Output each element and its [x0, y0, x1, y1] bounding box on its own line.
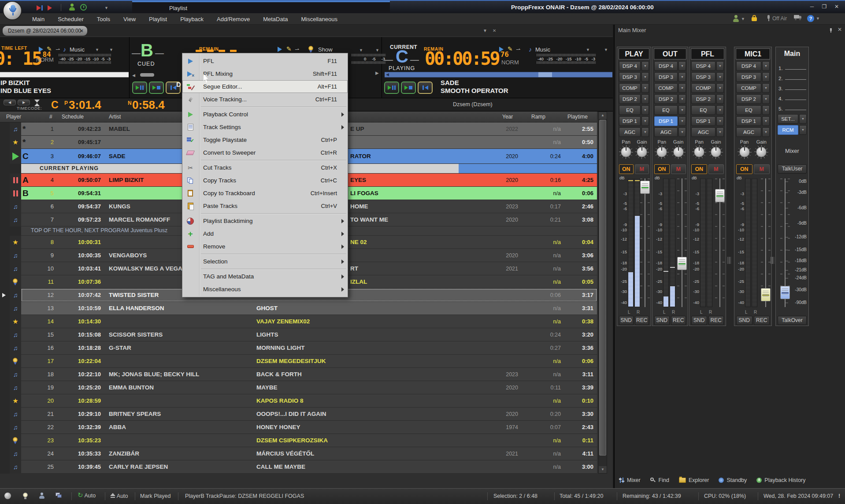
- dsp-button[interactable]: AGC: [619, 127, 641, 137]
- tab-strip-close-icon[interactable]: ✕: [493, 28, 496, 33]
- channel-name-button[interactable]: OUT: [654, 48, 686, 59]
- on-button[interactable]: ON: [654, 164, 670, 174]
- channel-name-button[interactable]: PFL: [691, 48, 724, 59]
- dsp-button[interactable]: EQ: [654, 105, 678, 115]
- menubar-item-addremove[interactable]: Add/Remove: [210, 16, 256, 22]
- playlist-row[interactable]: 2310:35:23DZSEM CSIPKEROZSIKAn/a0:11: [0, 434, 597, 447]
- dsp-button[interactable]: DSP 2: [654, 94, 678, 104]
- context-menu-item[interactable]: Copy TracksCtrl+C: [182, 174, 348, 187]
- pan-knob-dial[interactable]: [738, 145, 752, 159]
- playlist-row[interactable]: ♫1910:25:20EMMA BUNTONMAYBE20200:113:39: [0, 381, 597, 394]
- context-menu-item[interactable]: ✂Cut TracksCtrl+X: [182, 161, 348, 174]
- gain-knob[interactable]: Gain: [635, 139, 649, 163]
- toolbar-overflow-icon[interactable]: ▼: [104, 6, 108, 10]
- status-windows-icon[interactable]: [56, 493, 62, 500]
- menubar-item-playlist[interactable]: Playlist: [142, 16, 174, 22]
- dsp-dropdown-icon[interactable]: ▼: [762, 94, 770, 104]
- playlist-document-tab[interactable]: Dzsem @ 28/02/2024 06:00:00 ✕: [3, 26, 87, 36]
- deck-edit-icon[interactable]: ✎: [508, 45, 513, 52]
- col-artist[interactable]: Artist: [109, 114, 121, 120]
- dsp-button[interactable]: DSP 1: [736, 116, 761, 126]
- status-sphere-icon[interactable]: [4, 493, 11, 500]
- dsp-button[interactable]: DSP 1: [691, 116, 715, 126]
- menubar-item-scheduler[interactable]: Scheduler: [51, 16, 90, 22]
- snd-button[interactable]: SND: [691, 316, 707, 325]
- dsp-button[interactable]: DSP 4: [654, 61, 678, 71]
- scrollbar-thumb[interactable]: [599, 120, 606, 456]
- dsp-button[interactable]: EQ: [619, 105, 641, 115]
- user-account-icon[interactable]: ▼: [732, 15, 745, 22]
- main-fader[interactable]: [780, 178, 790, 307]
- dsp-dropdown-icon[interactable]: ▼: [641, 94, 649, 104]
- deck-mode-icon[interactable]: ⇀: [56, 46, 60, 52]
- dsp-dropdown-icon[interactable]: ▼: [641, 127, 649, 137]
- menubar-item-metadata[interactable]: MetaData: [256, 16, 294, 22]
- menubar-item-tools[interactable]: Tools: [90, 16, 117, 22]
- playlist-row[interactable]: ♫1610:18:28G-STARMORNING LIGHT0:273:36: [0, 341, 597, 355]
- mute-button[interactable]: M: [754, 164, 770, 174]
- mini-expand-icon[interactable]: ▶: [375, 70, 379, 75]
- playlist-scrollbar[interactable]: ▲ ▼: [598, 111, 607, 474]
- tab-list-dropdown-icon[interactable]: ▼: [483, 28, 487, 33]
- splitter-handle[interactable]: [727, 257, 731, 264]
- scheduler-toolbar-icon[interactable]: [80, 4, 87, 12]
- context-menu-item[interactable]: Track Settings: [182, 121, 348, 133]
- dsp-dropdown-icon[interactable]: ▼: [678, 105, 686, 115]
- dsp-dropdown-icon[interactable]: ▼: [641, 105, 649, 115]
- alert-indicator[interactable]: !: [838, 493, 840, 499]
- fader-handle[interactable]: [761, 288, 771, 301]
- context-menu-item[interactable]: +Add: [182, 227, 348, 240]
- dsp-dropdown-icon[interactable]: ▼: [762, 72, 770, 82]
- deck-c-progress-bar[interactable]: ◀: [385, 72, 612, 78]
- playlist-row[interactable]: ♫2110:29:10BRITNEY SPEARSOOOPS!...I DID …: [0, 408, 597, 421]
- menubar-item-main[interactable]: Main: [26, 16, 51, 22]
- channel-name-button[interactable]: PLAY: [619, 48, 649, 59]
- next-button[interactable]: ▶: [18, 100, 30, 105]
- fader-handle[interactable]: [677, 257, 687, 270]
- gain-knob-dial[interactable]: [635, 145, 649, 159]
- mute-button[interactable]: M: [635, 164, 649, 174]
- snd-button[interactable]: SND: [736, 316, 752, 325]
- context-menu-item[interactable]: Voice Tracking...Ctrl+F11: [182, 93, 348, 106]
- dsp-button[interactable]: AGC: [736, 127, 761, 137]
- dsp-button[interactable]: DSP 2: [691, 94, 715, 104]
- channel-name-button[interactable]: MIC1: [736, 48, 770, 59]
- rcm-button[interactable]: RCM: [778, 125, 798, 135]
- gain-knob-dial[interactable]: [709, 145, 723, 159]
- dsp-dropdown-icon[interactable]: ▼: [762, 116, 770, 126]
- deck-dropdown-icon[interactable]: ▼: [604, 48, 608, 52]
- pan-knob[interactable]: Pan: [619, 139, 633, 163]
- pin-icon[interactable]: [829, 28, 833, 33]
- dsp-dropdown-icon[interactable]: ▼: [716, 94, 724, 104]
- mute-button[interactable]: M: [671, 164, 686, 174]
- play-pause-button[interactable]: [384, 82, 399, 94]
- col-playtime[interactable]: Playtime: [567, 114, 588, 120]
- dsp-dropdown-icon[interactable]: ▼: [762, 61, 770, 71]
- prev-button[interactable]: ◀: [4, 100, 16, 105]
- channel-fader[interactable]: [761, 178, 771, 307]
- microphone-logo-icon[interactable]: [3, 1, 22, 20]
- rec-button[interactable]: REC: [708, 316, 724, 325]
- dsp-dropdown-icon[interactable]: ▼: [641, 83, 649, 93]
- playlist-row[interactable]: ★2010:28:59KAPOS RADIO 8n/a0:10: [0, 394, 597, 408]
- show-dropdown[interactable]: Show: [318, 46, 333, 53]
- context-menu-item[interactable]: Segue Editor...Alt+F11: [182, 80, 348, 93]
- dsp-dropdown-icon[interactable]: ▼: [762, 105, 770, 115]
- play-stop-button[interactable]: [401, 82, 416, 94]
- skip-back-button[interactable]: [418, 82, 433, 94]
- col-player[interactable]: Player: [6, 114, 21, 120]
- dsp-dropdown-icon[interactable]: ▼: [762, 127, 770, 137]
- dsp-button[interactable]: DSP 1: [619, 116, 641, 126]
- mixer-tab-find[interactable]: Find: [650, 477, 669, 483]
- pan-knob[interactable]: Pan: [738, 139, 752, 163]
- context-menu-item[interactable]: Remove: [182, 240, 348, 253]
- scroll-down-icon[interactable]: ▼: [599, 466, 607, 473]
- set-dropdown-icon[interactable]: ▼: [799, 114, 807, 124]
- user-toolbar-icon[interactable]: [68, 4, 75, 13]
- restore-button[interactable]: ❐: [819, 3, 829, 11]
- dsp-dropdown-icon[interactable]: ▼: [678, 83, 686, 93]
- playlist-row[interactable]: ♫2510:39:45CARLY RAE JEPSENCALL ME MAYBE…: [0, 460, 597, 474]
- show-dropdown-icon[interactable]: ▼: [359, 48, 363, 52]
- dsp-dropdown-icon[interactable]: ▼: [641, 72, 649, 82]
- deck-play-icon[interactable]: [499, 47, 504, 52]
